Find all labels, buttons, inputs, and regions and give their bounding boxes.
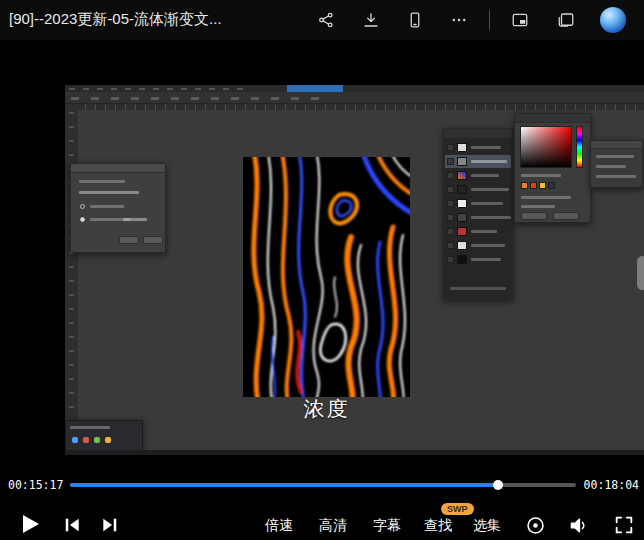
ps-saturation-field	[520, 126, 572, 168]
video-title: [90]--2023更新-05-流体渐变文...	[9, 10, 222, 29]
progress-knob[interactable]	[493, 480, 503, 490]
quality-button[interactable]: 高清	[319, 517, 347, 535]
next-icon[interactable]	[100, 515, 120, 535]
vip-badge[interactable]: SWP	[441, 503, 474, 515]
pip-icon[interactable]	[511, 11, 529, 29]
fluid-gradient-artwork	[243, 157, 410, 397]
ps-menu-bar	[65, 85, 644, 92]
video-caption: 浓度	[243, 395, 410, 423]
ps-dialog-panel	[70, 163, 166, 253]
prev-icon[interactable]	[62, 515, 82, 535]
more-icon[interactable]	[450, 11, 468, 29]
download-icon[interactable]	[362, 11, 380, 29]
share-icon[interactable]	[317, 11, 335, 29]
video-surface[interactable]: 浓度	[0, 40, 644, 470]
subtitle-button[interactable]: 字幕	[373, 517, 401, 535]
header: [90]--2023更新-05-流体渐变文...	[0, 0, 644, 40]
find-button[interactable]: 查找	[424, 517, 452, 535]
photoshop-screenshot: 浓度	[65, 85, 644, 455]
fullscreen-icon[interactable]	[613, 514, 635, 536]
play-icon[interactable]	[18, 512, 42, 536]
taskbar-fragment	[65, 420, 143, 451]
ps-ruler	[65, 104, 644, 110]
header-divider	[489, 10, 490, 30]
speed-button[interactable]: 倍速	[265, 517, 293, 535]
mobile-icon[interactable]	[406, 11, 424, 29]
ps-document-tab	[287, 85, 343, 92]
circle-dot-icon[interactable]	[525, 515, 546, 536]
ps-side-panel	[590, 140, 643, 188]
current-time: 00:15:17	[8, 478, 63, 492]
ps-hue-strip	[576, 126, 583, 168]
ps-tool-bar	[65, 104, 78, 450]
ps-color-picker-panel	[514, 113, 591, 223]
ps-options-bar	[65, 92, 644, 104]
ps-layers-panel	[443, 128, 513, 300]
miniplayer-icon[interactable]	[557, 11, 575, 29]
sidebar-handle[interactable]	[637, 256, 644, 290]
ps-dialog-titlebar	[71, 164, 165, 173]
avatar[interactable]	[600, 7, 626, 33]
player-bar: 00:15:17 00:18:04 倍速 高清 字幕 查找 SWP 选集	[0, 470, 644, 540]
total-time: 00:18:04	[584, 478, 639, 492]
progress-fill	[70, 483, 498, 487]
episodes-button[interactable]: 选集	[473, 517, 501, 535]
video-player-app: [90]--2023更新-05-流体渐变文...	[0, 0, 644, 540]
volume-icon[interactable]	[568, 515, 589, 536]
ps-status-bar	[65, 450, 644, 455]
progress-track[interactable]	[70, 483, 576, 487]
